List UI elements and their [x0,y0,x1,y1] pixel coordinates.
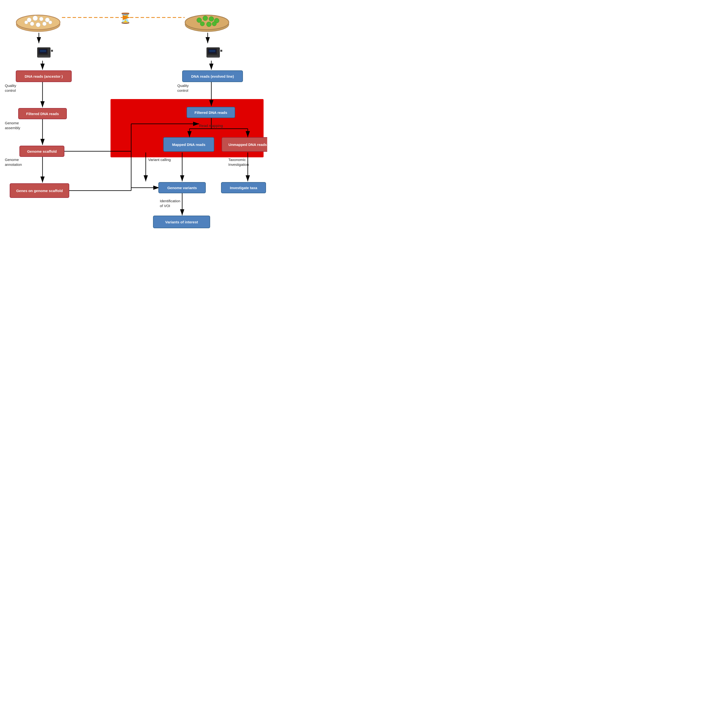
mapped-reads-box: Mapped DNA reads [163,137,214,152]
svg-point-10 [49,21,52,24]
svg-point-9 [24,21,28,24]
svg-point-7 [36,23,40,27]
hourglass-icon: ⏳ [119,12,132,24]
svg-rect-27 [51,50,53,52]
genome-variants-box: Genome variants [158,182,206,193]
read-mapping-label: Read mapping [199,123,223,128]
unmapped-reads-box: Unmapped DNA reads [222,137,267,152]
filtered-right-box: Filtered DNA reads [187,107,235,118]
diagram: ⏳ [0,0,267,238]
variant-calling-label: Variant calling [148,157,171,162]
svg-rect-28 [38,56,50,57]
svg-point-18 [200,21,205,26]
genome-annotation-label: Genome annotation [5,157,22,167]
identification-voi-label: Identification of VOI [160,199,180,208]
genome-scaffold-box: Genome scaffold [20,146,64,157]
svg-rect-26 [40,50,46,52]
dna-ancestor-box: DNA reads (ancestor ) [16,70,71,82]
svg-point-14 [197,18,202,23]
svg-point-4 [40,17,43,21]
sequencer-right [205,44,223,62]
svg-rect-35 [207,56,219,57]
genome-assembly-label: Genome assembly [5,121,20,130]
svg-rect-33 [209,50,216,52]
genes-scaffold-box: Genes on genome scaffold [10,183,69,198]
svg-rect-34 [220,50,222,52]
svg-point-15 [203,16,208,21]
sequencer-left [36,44,54,62]
filtered-left-box: Filtered DNA reads [18,108,67,119]
taxonomic-label: Taxonomic Investigation [228,157,249,167]
investigate-taxa-box: Investigate taxa [221,182,266,193]
svg-point-19 [207,22,211,27]
svg-point-20 [212,21,216,26]
variants-interest-box: Variants of interest [153,215,210,228]
quality-control-right-label: Quality control [177,83,189,93]
svg-point-8 [43,22,46,26]
svg-point-3 [33,16,38,21]
quality-control-left-label: Quality control [5,83,16,93]
svg-point-16 [209,17,214,21]
petri-evolved [185,5,229,34]
petri-ancestor [16,5,61,34]
svg-point-6 [30,22,34,26]
dna-evolved-box: DNA reads (evolved line) [182,70,243,82]
